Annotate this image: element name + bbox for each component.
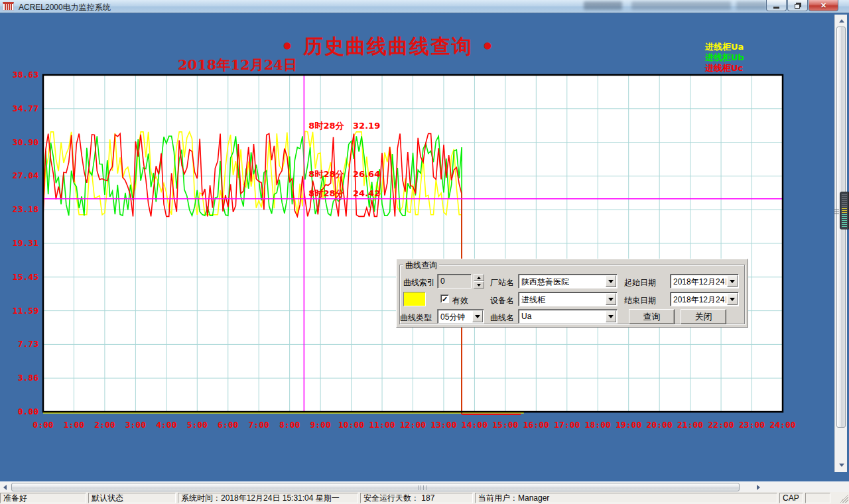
status-empty-cell bbox=[805, 493, 830, 503]
curve-color-swatch[interactable] bbox=[403, 292, 426, 306]
acrel2000-application-window: { "window": { "title": "ACREL2000电力监控系统"… bbox=[0, 0, 849, 504]
arrow-up-icon bbox=[839, 19, 844, 23]
dropdown-button[interactable] bbox=[606, 293, 616, 305]
station-combobox[interactable]: 陕西慈善医院 bbox=[518, 274, 618, 288]
chevron-down-icon bbox=[475, 315, 480, 318]
docked-panel-grip-handle[interactable] bbox=[840, 192, 849, 229]
history-curve-chart[interactable] bbox=[43, 75, 783, 416]
x-tick-label: 2:00 bbox=[90, 420, 120, 430]
y-tick-label: 34.77 bbox=[1, 103, 38, 113]
scroll-down-button[interactable] bbox=[836, 460, 846, 470]
station-value: 陕西慈善医院 bbox=[521, 277, 605, 288]
device-value: 进线柜 bbox=[521, 294, 605, 306]
x-tick-label: 13:00 bbox=[428, 420, 459, 430]
horizontal-scrollbar-thumb[interactable] bbox=[11, 483, 740, 491]
dropdown-button[interactable] bbox=[472, 310, 483, 322]
curve-name-label: 曲线名 bbox=[490, 312, 514, 324]
status-system-time: 系统时间：2018年12月24日 15:31:04 星期一 bbox=[178, 493, 358, 503]
x-tick-label: 9:00 bbox=[305, 420, 336, 430]
end-date-combobox[interactable]: 2018年12月24日 bbox=[670, 292, 739, 306]
application-icon bbox=[3, 2, 14, 11]
x-tick-label: 10:00 bbox=[336, 420, 367, 430]
y-tick-label: 0.00 bbox=[1, 407, 38, 416]
dropdown-button[interactable] bbox=[606, 310, 616, 322]
window-titlebar[interactable]: ACREL2000电力监控系统 ✕ bbox=[0, 0, 849, 13]
legend-item-ua: 进线柜Ua bbox=[705, 42, 744, 52]
curve-type-combobox[interactable]: 05分钟 bbox=[437, 309, 484, 324]
dropdown-button[interactable] bbox=[606, 275, 616, 287]
x-tick-label: 3:00 bbox=[120, 420, 151, 430]
x-tick-label: 8:00 bbox=[275, 420, 305, 430]
close-button[interactable]: ✕ bbox=[809, 0, 838, 11]
x-tick-label: 1:00 bbox=[58, 420, 89, 430]
window-controls: ✕ bbox=[765, 0, 838, 11]
y-tick-label: 7.73 bbox=[1, 339, 38, 349]
curve-type-value: 05分钟 bbox=[440, 312, 472, 323]
device-combobox[interactable]: 进线柜 bbox=[518, 292, 618, 306]
crosshair-readout: 8时28分 32.19 bbox=[308, 120, 380, 132]
background-window-blur bbox=[631, 1, 731, 10]
scroll-left-button[interactable] bbox=[0, 483, 10, 492]
valid-checkbox[interactable]: ✓ bbox=[440, 294, 449, 303]
chevron-down-icon bbox=[730, 298, 735, 301]
spin-down-button[interactable] bbox=[474, 281, 484, 288]
query-button[interactable]: 查询 bbox=[629, 309, 675, 324]
x-tick-label: 11:00 bbox=[367, 420, 397, 430]
y-tick-label: 11.59 bbox=[1, 306, 38, 316]
crosshair-readout: 8时28分 24.42 bbox=[308, 188, 380, 200]
x-tick-label: 23:00 bbox=[737, 420, 767, 430]
restore-button[interactable] bbox=[787, 0, 808, 11]
x-tick-label: 12:00 bbox=[398, 420, 428, 430]
horizontal-scrollbar[interactable] bbox=[0, 481, 849, 492]
status-ready: 准备好 bbox=[0, 493, 86, 503]
arrow-down-icon bbox=[477, 284, 481, 286]
background-window-blur bbox=[584, 1, 622, 10]
y-tick-label: 38.63 bbox=[1, 70, 38, 80]
curve-index-value: 0 bbox=[440, 277, 445, 286]
status-safe-run-days: 安全运行天数： 187 bbox=[360, 493, 473, 503]
end-date-value: 2018年12月24日 bbox=[673, 294, 726, 306]
status-cap-indicator: CAP bbox=[779, 493, 803, 503]
restore-icon bbox=[795, 4, 800, 9]
crosshair-readout: 8时28分 26.64 bbox=[308, 168, 380, 180]
chevron-down-icon bbox=[608, 280, 614, 283]
window-title: ACREL2000电力监控系统 bbox=[19, 2, 111, 13]
x-tick-label: 17:00 bbox=[552, 420, 582, 430]
x-tick-label: 15:00 bbox=[490, 420, 521, 430]
valid-label: 有效 bbox=[452, 295, 468, 306]
close-dialog-button[interactable]: 关闭 bbox=[681, 309, 726, 324]
vertical-scrollbar[interactable] bbox=[834, 15, 847, 472]
minimize-button[interactable] bbox=[766, 0, 787, 11]
arrow-left-icon bbox=[3, 485, 7, 490]
status-current-user: 当前用户：Manager bbox=[475, 493, 777, 503]
legend-item-uc: 进线柜Uc bbox=[705, 63, 744, 74]
dropdown-button[interactable] bbox=[727, 275, 738, 287]
x-tick-label: 14:00 bbox=[459, 420, 490, 430]
grip-stripes-icon bbox=[842, 194, 847, 227]
scroll-right-button[interactable] bbox=[753, 483, 763, 492]
background-window-blur bbox=[736, 1, 767, 10]
device-label: 设备名 bbox=[490, 295, 514, 306]
resize-grip-icon[interactable] bbox=[840, 494, 848, 503]
x-tick-label: 4:00 bbox=[151, 420, 182, 430]
curve-index-input[interactable]: 0 bbox=[437, 274, 472, 288]
spin-up-button[interactable] bbox=[474, 274, 484, 281]
scrollbar-grip-icon bbox=[418, 485, 427, 490]
x-tick-label: 20:00 bbox=[644, 420, 675, 430]
arrow-up-icon bbox=[477, 277, 481, 279]
dropdown-button[interactable] bbox=[727, 293, 738, 305]
curve-name-combobox[interactable]: Ua bbox=[518, 309, 618, 324]
chart-legend: 进线柜Ua 进线柜Ub 进线柜Uc bbox=[705, 42, 744, 74]
arrow-down-icon bbox=[839, 464, 844, 467]
x-tick-label: 6:00 bbox=[213, 420, 243, 430]
curve-type-label: 曲线类型 bbox=[400, 312, 432, 324]
arrow-right-icon bbox=[757, 485, 760, 490]
legend-item-ub: 进线柜Ub bbox=[705, 52, 744, 63]
x-tick-label: 0:00 bbox=[28, 420, 58, 430]
checkmark-icon: ✓ bbox=[442, 295, 448, 303]
x-tick-label: 21:00 bbox=[675, 420, 706, 430]
start-date-label: 起始日期 bbox=[624, 277, 656, 288]
y-tick-label: 19.31 bbox=[1, 238, 38, 248]
start-date-combobox[interactable]: 2018年12月24日 bbox=[670, 274, 739, 288]
scroll-up-button[interactable] bbox=[836, 16, 846, 25]
